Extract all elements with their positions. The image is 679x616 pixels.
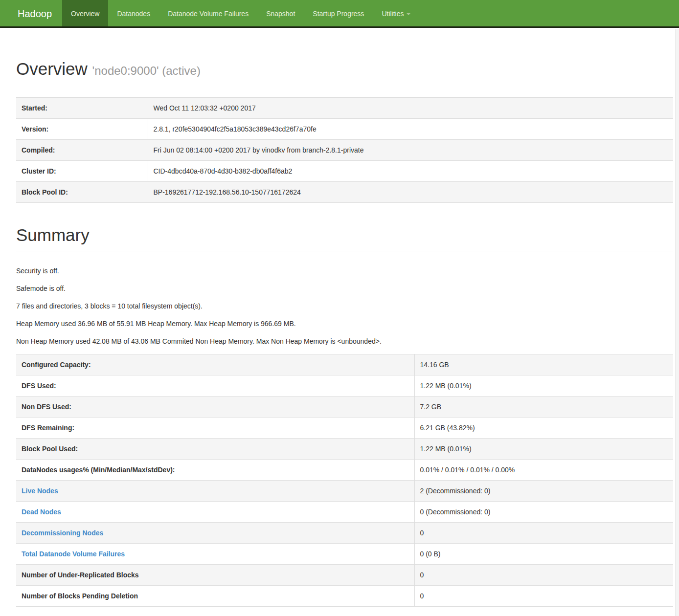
navbar: Hadoop Overview Datanodes Datanode Volum… [0, 0, 679, 28]
page-title-text: Overview [16, 59, 88, 78]
table-row: Compiled: Fri Jun 02 08:14:00 +0200 2017… [16, 140, 673, 161]
row-label: Block Pool Used: [16, 439, 414, 460]
live-nodes-link[interactable]: Live Nodes [22, 487, 58, 495]
safemode-status-text: Safemode is off. [16, 284, 673, 293]
nav-item-overview[interactable]: Overview [62, 0, 108, 26]
table-row: Number of Blocks Pending Deletion 0 [16, 586, 673, 607]
row-value: 0 [414, 565, 673, 586]
cluster-info-table: Started: Wed Oct 11 12:03:32 +0200 2017 … [16, 97, 673, 203]
total-datanode-volume-failures-link[interactable]: Total Datanode Volume Failures [22, 550, 125, 558]
content: Overview 'node0:9000' (active) Started: … [16, 59, 673, 607]
caret-down-icon [407, 13, 410, 15]
row-value: 14.16 GB [414, 354, 673, 375]
row-label: Started: [16, 98, 148, 119]
table-row: Live Nodes 2 (Decommissioned: 0) [16, 481, 673, 502]
dead-nodes-link[interactable]: Dead Nodes [22, 508, 61, 516]
row-value: 0 [414, 586, 673, 607]
page-subtitle: 'node0:9000' (active) [92, 64, 201, 77]
nav-item-snapshot[interactable]: Snapshot [257, 0, 304, 26]
summary-table: Configured Capacity: 14.16 GB DFS Used: … [16, 354, 673, 607]
table-row: Configured Capacity: 14.16 GB [16, 354, 673, 375]
row-value: 7.2 GB [414, 396, 673, 418]
row-value: 0 [414, 523, 673, 544]
row-value: Wed Oct 11 12:03:32 +0200 2017 [148, 98, 673, 119]
nav-item-utilities-dropdown[interactable]: Utilities [373, 0, 419, 26]
row-label: DFS Remaining: [16, 418, 414, 439]
table-row: Number of Under-Replicated Blocks 0 [16, 565, 673, 586]
table-row: Non DFS Used: 7.2 GB [16, 396, 673, 418]
table-row: Cluster ID: CID-4dbcd40a-870d-4d30-b382-… [16, 161, 673, 182]
page-title: Overview 'node0:9000' (active) [16, 59, 673, 79]
table-row: Block Pool Used: 1.22 MB (0.01%) [16, 439, 673, 460]
row-label: Configured Capacity: [16, 354, 414, 375]
navbar-brand[interactable]: Hadoop [0, 0, 62, 26]
filesystem-objects-text: 7 files and directories, 3 blocks = 10 t… [16, 301, 673, 311]
table-row: Dead Nodes 0 (Decommissioned: 0) [16, 502, 673, 523]
row-value: 0.01% / 0.01% / 0.01% / 0.00% [414, 460, 673, 481]
table-row: Started: Wed Oct 11 12:03:32 +0200 2017 [16, 98, 673, 119]
heap-memory-text: Heap Memory used 36.96 MB of 55.91 MB He… [16, 319, 673, 329]
nav-item-datanode-volume-failures[interactable]: Datanode Volume Failures [159, 0, 257, 26]
row-label: Compiled: [16, 140, 148, 161]
row-label: DataNodes usages% (Min/Median/Max/stdDev… [16, 460, 414, 481]
summary-heading: Summary [16, 225, 673, 251]
row-label: Block Pool ID: [16, 182, 148, 203]
non-heap-memory-text: Non Heap Memory used 42.08 MB of 43.06 M… [16, 336, 673, 346]
row-label: DFS Used: [16, 375, 414, 396]
security-status-text: Security is off. [16, 266, 673, 276]
table-row: Decommissioning Nodes 0 [16, 523, 673, 544]
table-row: DFS Remaining: 6.21 GB (43.82%) [16, 418, 673, 439]
row-value: 1.22 MB (0.01%) [414, 439, 673, 460]
scrollbar-track[interactable] [675, 29, 679, 616]
row-value: 2.8.1, r20fe5304904fc2f5a18053c389e43cd2… [148, 119, 673, 140]
row-label: Version: [16, 119, 148, 140]
row-value: BP-1692617712-192.168.56.10-150771617262… [148, 182, 673, 203]
nav-item-datanodes[interactable]: Datanodes [108, 0, 159, 26]
table-row: DataNodes usages% (Min/Median/Max/stdDev… [16, 460, 673, 481]
row-value: 6.21 GB (43.82%) [414, 418, 673, 439]
row-value: 0 (0 B) [414, 544, 673, 565]
summary-text: Security is off. Safemode is off. 7 file… [16, 266, 673, 346]
row-label: Non DFS Used: [16, 396, 414, 418]
nav-item-startup-progress[interactable]: Startup Progress [304, 0, 373, 26]
row-value: 1.22 MB (0.01%) [414, 375, 673, 396]
row-label: Number of Under-Replicated Blocks [16, 565, 414, 586]
row-value: Fri Jun 02 08:14:00 +0200 2017 by vinodk… [148, 140, 673, 161]
table-row: DFS Used: 1.22 MB (0.01%) [16, 375, 673, 396]
table-row: Block Pool ID: BP-1692617712-192.168.56.… [16, 182, 673, 203]
row-value: CID-4dbcd40a-870d-4d30-b382-db0aff4f6ab2 [148, 161, 673, 182]
row-label: Cluster ID: [16, 161, 148, 182]
row-value: 0 (Decommissioned: 0) [414, 502, 673, 523]
row-label: Number of Blocks Pending Deletion [16, 586, 414, 607]
decommissioning-nodes-link[interactable]: Decommissioning Nodes [22, 529, 103, 537]
table-row: Total Datanode Volume Failures 0 (0 B) [16, 544, 673, 565]
table-row: Version: 2.8.1, r20fe5304904fc2f5a18053c… [16, 119, 673, 140]
nav-item-label: Utilities [382, 10, 404, 18]
row-value: 2 (Decommissioned: 0) [414, 481, 673, 502]
